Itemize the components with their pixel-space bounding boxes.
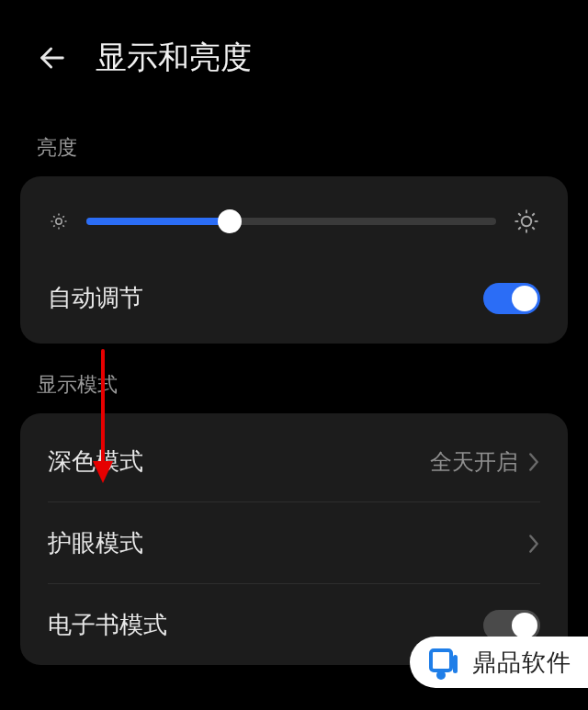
svg-line-15 — [518, 213, 521, 216]
back-icon[interactable] — [37, 42, 68, 73]
dark-mode-right: 全天开启 — [430, 447, 540, 477]
brightness-slider[interactable] — [86, 218, 496, 225]
dark-mode-row[interactable]: 深色模式 全天开启 — [42, 421, 546, 502]
ebook-mode-label: 电子书模式 — [48, 609, 167, 641]
watermark-text: 鼎品软件 — [472, 647, 571, 679]
brightness-slider-row — [42, 182, 546, 257]
toggle-knob — [512, 613, 537, 638]
svg-line-9 — [62, 216, 63, 217]
display-mode-card: 深色模式 全天开启 护眼模式 电子书模式 — [20, 413, 568, 665]
svg-point-1 — [56, 219, 62, 224]
dark-mode-value: 全天开启 — [430, 447, 518, 477]
auto-adjust-row: 自动调节 — [42, 257, 546, 338]
svg-rect-21 — [431, 650, 451, 671]
header: 显示和亮度 — [0, 0, 588, 107]
svg-line-6 — [53, 216, 54, 217]
svg-point-22 — [436, 671, 446, 680]
chevron-right-icon — [527, 452, 540, 472]
svg-rect-23 — [453, 655, 458, 673]
sun-high-icon — [513, 208, 540, 235]
toggle-knob — [512, 286, 537, 311]
brightness-slider-thumb[interactable] — [218, 209, 242, 233]
svg-line-18 — [532, 213, 535, 216]
sun-low-icon — [48, 210, 70, 232]
section-display-mode-label: 显示模式 — [0, 344, 588, 413]
eye-comfort-right — [527, 534, 540, 554]
svg-point-10 — [522, 217, 532, 227]
dark-mode-label: 深色模式 — [48, 445, 143, 478]
svg-line-8 — [53, 225, 54, 226]
watermark-badge: 鼎品软件 — [410, 637, 588, 688]
chevron-right-icon — [527, 534, 540, 554]
auto-adjust-toggle[interactable] — [483, 283, 540, 314]
svg-line-17 — [518, 227, 521, 230]
eye-comfort-row[interactable]: 护眼模式 — [42, 502, 546, 583]
watermark-logo-icon — [424, 644, 461, 681]
svg-line-7 — [62, 225, 63, 226]
eye-comfort-label: 护眼模式 — [48, 527, 143, 559]
svg-line-16 — [532, 227, 535, 230]
brightness-card: 自动调节 — [20, 176, 568, 344]
section-brightness-label: 亮度 — [0, 107, 588, 176]
auto-adjust-label: 自动调节 — [48, 282, 143, 314]
page-title: 显示和亮度 — [96, 37, 252, 79]
brightness-slider-fill — [86, 218, 230, 225]
